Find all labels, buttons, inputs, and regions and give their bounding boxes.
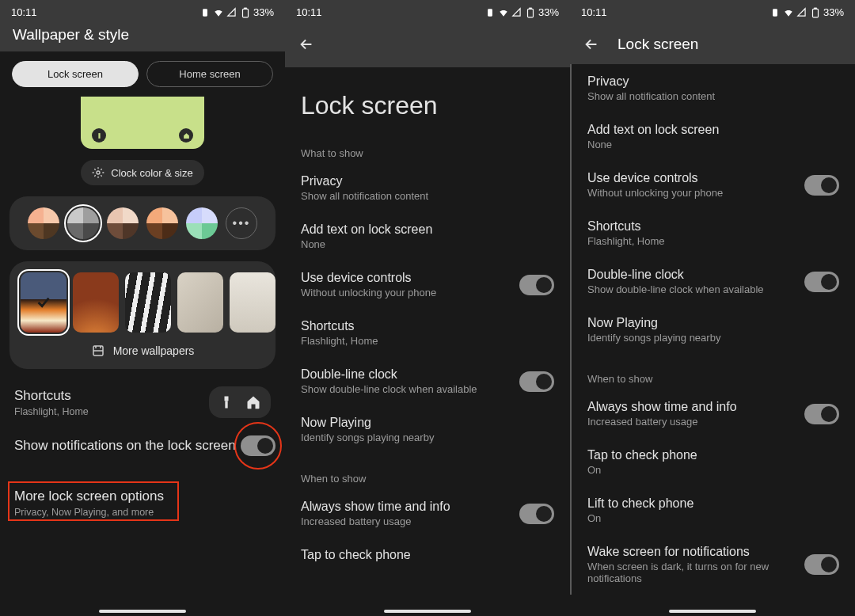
wake-screen-sub: When screen is dark, it turns on for new… bbox=[587, 561, 793, 584]
wake-screen-toggle[interactable] bbox=[804, 554, 839, 575]
status-bar: 10:11 33% bbox=[0, 0, 285, 25]
tab-lock-screen[interactable]: Lock screen bbox=[12, 61, 139, 87]
always-show-title: Always show time and info bbox=[301, 500, 508, 514]
svg-rect-2 bbox=[245, 8, 246, 9]
privacy-row[interactable]: PrivacyShow all notification content bbox=[285, 164, 570, 212]
lift-check-title: Lift to check phone bbox=[587, 496, 839, 511]
double-line-clock-row[interactable]: Double-line clockShow double-line clock … bbox=[572, 257, 855, 306]
nav-pill[interactable] bbox=[384, 610, 471, 613]
back-icon[interactable] bbox=[298, 36, 315, 53]
color-swatch-2[interactable] bbox=[67, 207, 99, 239]
wifi-icon bbox=[498, 7, 509, 18]
flashlight-icon bbox=[92, 128, 106, 143]
double-line-sub: Show double-line clock when available bbox=[587, 283, 793, 295]
battery-icon bbox=[810, 7, 821, 18]
sim-icon bbox=[200, 7, 211, 18]
shortcut-icons bbox=[209, 386, 271, 418]
more-swatches-button[interactable]: ••• bbox=[226, 207, 257, 239]
shortcuts-sub: Flashlight, Home bbox=[301, 335, 554, 347]
settings-list[interactable]: PrivacyShow all notification content Add… bbox=[570, 64, 855, 595]
more-wallpapers-button[interactable]: More wallpapers bbox=[21, 344, 264, 358]
wallpaper-thumb-5[interactable] bbox=[230, 272, 276, 333]
color-swatch-3[interactable] bbox=[107, 207, 139, 239]
svg-rect-11 bbox=[773, 9, 777, 16]
device-controls-row[interactable]: Use device controlsWithout unlocking you… bbox=[285, 260, 570, 309]
device-controls-toggle[interactable] bbox=[804, 175, 839, 196]
svg-rect-9 bbox=[527, 9, 533, 17]
now-playing-row[interactable]: Now PlayingIdentify songs playing nearby bbox=[285, 405, 570, 454]
add-text-sub: None bbox=[587, 139, 839, 150]
lift-check-sub: On bbox=[587, 512, 839, 524]
battery-percent: 33% bbox=[253, 6, 274, 18]
wallpaper-thumb-1[interactable] bbox=[21, 272, 66, 333]
tap-check-row[interactable]: Tap to check phone bbox=[285, 538, 570, 572]
tap-check-title: Tap to check phone bbox=[587, 448, 839, 462]
tap-check-row[interactable]: Tap to check phoneOn bbox=[572, 438, 855, 486]
double-line-toggle[interactable] bbox=[804, 272, 839, 292]
shortcuts-title: Shortcuts bbox=[587, 219, 839, 234]
add-text-row[interactable]: Add text on lock screenNone bbox=[572, 112, 855, 161]
show-notifications-row[interactable]: Show notifications on the lock screen bbox=[0, 428, 285, 464]
lift-check-row[interactable]: Lift to check phoneOn bbox=[572, 486, 855, 534]
shortcuts-row[interactable]: Shortcuts Flashlight, Home bbox=[0, 377, 285, 428]
signal-icon bbox=[796, 7, 808, 18]
tap-check-title: Tap to check phone bbox=[301, 548, 554, 562]
always-show-toggle[interactable] bbox=[519, 504, 554, 524]
clock-color-size-chip[interactable]: Clock color & size bbox=[81, 160, 203, 185]
double-line-clock-row[interactable]: Double-line clockShow double-line clock … bbox=[285, 357, 570, 405]
wake-screen-title: Wake screen for notifications bbox=[587, 545, 793, 559]
status-bar: 10:11 33% bbox=[285, 0, 570, 25]
color-swatches-panel: ••• bbox=[10, 196, 276, 250]
nav-pill[interactable] bbox=[99, 610, 186, 613]
home-icon bbox=[179, 128, 193, 143]
signal-icon bbox=[511, 7, 522, 18]
highlight-circle bbox=[234, 422, 282, 470]
app-header: Wallpaper & style bbox=[0, 25, 285, 51]
svg-rect-10 bbox=[530, 8, 531, 9]
wallpaper-thumb-2[interactable] bbox=[73, 272, 119, 333]
tab-home-screen[interactable]: Home screen bbox=[146, 61, 273, 87]
wake-screen-row[interactable]: Wake screen for notificationsWhen screen… bbox=[572, 534, 855, 595]
now-playing-row[interactable]: Now PlayingIdentify songs playing nearby bbox=[572, 306, 855, 354]
category-when-to-show: When to show bbox=[572, 354, 855, 390]
svg-rect-3 bbox=[98, 133, 100, 139]
always-show-toggle[interactable] bbox=[804, 404, 839, 424]
color-swatch-4[interactable] bbox=[146, 207, 178, 239]
wallpaper-icon bbox=[91, 344, 105, 358]
show-notifications-toggle[interactable] bbox=[241, 435, 276, 456]
privacy-title: Privacy bbox=[301, 174, 554, 188]
always-show-row[interactable]: Always show time and infoIncreased batte… bbox=[572, 390, 855, 438]
svg-rect-12 bbox=[812, 9, 818, 17]
battery-percent: 33% bbox=[538, 6, 559, 18]
color-swatch-5[interactable] bbox=[186, 207, 218, 239]
svg-rect-8 bbox=[488, 9, 492, 16]
wallpaper-thumb-3[interactable] bbox=[125, 272, 171, 333]
double-line-toggle[interactable] bbox=[519, 371, 554, 392]
status-bar: 10:11 33% bbox=[570, 0, 855, 25]
now-playing-sub: Identify songs playing nearby bbox=[301, 432, 554, 443]
category-when-to-show: When to show bbox=[285, 454, 570, 489]
device-controls-row[interactable]: Use device controlsWithout unlocking you… bbox=[572, 161, 855, 209]
color-swatch-1[interactable] bbox=[28, 207, 59, 239]
shortcuts-row[interactable]: ShortcutsFlashlight, Home bbox=[572, 209, 855, 257]
clock-chip-label: Clock color & size bbox=[111, 167, 192, 179]
nav-pill[interactable] bbox=[669, 610, 756, 613]
device-controls-toggle[interactable] bbox=[519, 275, 554, 295]
wallpaper-thumb-4[interactable] bbox=[177, 272, 223, 333]
signal-icon bbox=[226, 7, 238, 18]
category-what-to-show: What to show bbox=[285, 128, 570, 164]
privacy-row[interactable]: PrivacyShow all notification content bbox=[572, 64, 855, 112]
privacy-title: Privacy bbox=[587, 74, 839, 89]
add-text-row[interactable]: Add text on lock screenNone bbox=[285, 212, 570, 260]
gear-icon bbox=[92, 166, 104, 179]
battery-percent: 33% bbox=[823, 6, 844, 18]
always-show-row[interactable]: Always show time and infoIncreased batte… bbox=[285, 489, 570, 538]
add-text-sub: None bbox=[301, 238, 554, 250]
back-icon[interactable] bbox=[583, 36, 600, 53]
svg-rect-1 bbox=[242, 9, 248, 17]
shortcuts-row[interactable]: ShortcutsFlashlight, Home bbox=[285, 309, 570, 357]
page-title: Lock screen bbox=[618, 36, 698, 53]
shortcuts-title: Shortcuts bbox=[14, 387, 209, 405]
lockscreen-preview[interactable] bbox=[81, 97, 204, 149]
always-show-sub: Increased battery usage bbox=[301, 515, 508, 527]
